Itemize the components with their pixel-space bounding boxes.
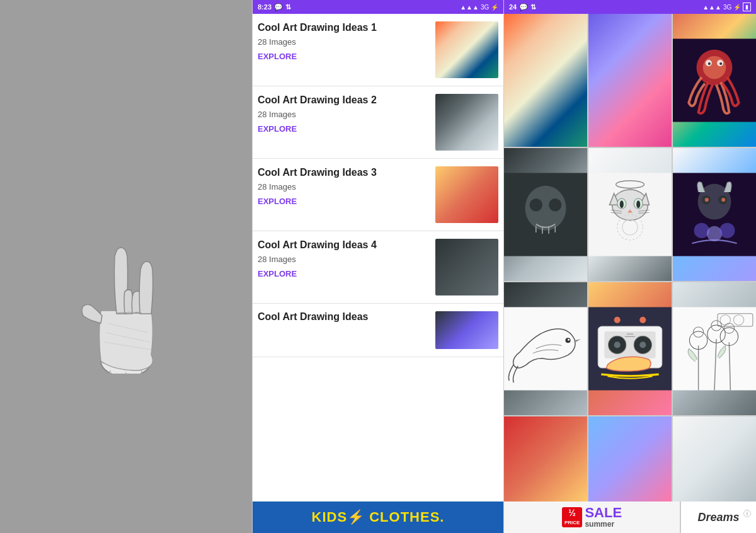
- sale-text-container: SALE summer: [585, 506, 622, 529]
- article-item-3: Cool Art Drawing Ideas 3 28 Images EXPLO…: [253, 159, 503, 231]
- article-info-1: Cool Art Drawing Ideas 1 28 Images EXPLO…: [258, 21, 435, 61]
- sale-label: SALE: [585, 506, 622, 520]
- article-thumb-3: [435, 166, 498, 223]
- article-count-2: 28 Images: [258, 110, 430, 119]
- ad-bar-right: ½ PRICE SALE summer Dreams i: [504, 501, 756, 533]
- grid-cell-2[interactable]: [588, 14, 672, 147]
- grid-cell-4[interactable]: [504, 148, 587, 281]
- article-title-4: Cool Art Drawing Ideas 4: [258, 239, 430, 252]
- article-title-1: Cool Art Drawing Ideas 1: [258, 21, 430, 35]
- svg-point-26: [620, 200, 624, 208]
- hand-rock-sign-illustration: [57, 159, 195, 374]
- article-count-1: 28 Images: [258, 37, 430, 47]
- explore-link-4[interactable]: EXPLORE: [258, 269, 430, 278]
- right-wifi-icon: ▲▲▲: [702, 4, 721, 11]
- article-thumb-5: [435, 311, 498, 349]
- explore-link-3[interactable]: EXPLORE: [258, 197, 430, 206]
- article-thumb-2: [435, 94, 498, 151]
- svg-point-10: [719, 62, 722, 65]
- left-panel: [0, 0, 252, 533]
- wifi-icon: ▲▲▲: [460, 4, 479, 11]
- explore-link-2[interactable]: EXPLORE: [258, 124, 430, 134]
- usb-icon: ⇅: [285, 3, 291, 11]
- explore-link-1[interactable]: EXPLORE: [258, 52, 430, 61]
- image-grid[interactable]: [504, 14, 756, 501]
- svg-point-43: [719, 223, 735, 238]
- price-text: PRICE: [564, 520, 580, 525]
- svg-point-13: [530, 198, 542, 211]
- right-status-icons: ▲▲▲ 3G ⚡ ▮: [702, 3, 751, 11]
- articles-list[interactable]: Cool Art Drawing Ideas 1 28 Images EXPLO…: [253, 14, 503, 501]
- article-info-2: Cool Art Drawing Ideas 2 28 Images EXPLO…: [258, 94, 435, 134]
- article-title-5: Cool Art Drawing Ideas: [258, 311, 435, 323]
- message-icon: 💬: [274, 3, 283, 11]
- svg-point-53: [639, 341, 646, 348]
- ad-dreams: Dreams i: [680, 501, 756, 533]
- svg-point-9: [708, 62, 711, 65]
- svg-point-52: [614, 341, 621, 348]
- svg-point-39: [705, 198, 709, 202]
- svg-point-46: [568, 339, 570, 341]
- grid-cell-3[interactable]: [673, 14, 756, 147]
- article-info-5: Cool Art Drawing Ideas: [258, 311, 435, 323]
- dreams-logo: Dreams: [697, 511, 739, 524]
- grid-cell-12[interactable]: [673, 416, 756, 501]
- svg-point-14: [549, 198, 561, 211]
- grid-cell-11[interactable]: [588, 416, 672, 501]
- svg-point-56: [614, 317, 621, 323]
- grid-cell-5[interactable]: [588, 148, 672, 281]
- status-icons-right: ▲▲▲ 3G ⚡: [460, 4, 498, 11]
- ad-kids-clothes-text: KIDS⚡ CLOTHES.: [312, 509, 445, 525]
- article-item-5: Cool Art Drawing Ideas: [253, 304, 503, 357]
- ad-half-price-sale: ½ PRICE SALE summer: [504, 501, 680, 533]
- article-title-2: Cool Art Drawing Ideas 2: [258, 94, 430, 107]
- article-info-4: Cool Art Drawing Ideas 4 28 Images EXPLO…: [258, 239, 435, 278]
- article-title-3: Cool Art Drawing Ideas 3: [258, 166, 430, 180]
- svg-point-27: [636, 200, 640, 208]
- right-status-time: 24 💬 ⇅: [509, 3, 536, 11]
- half-price-badge: ½ PRICE: [562, 507, 582, 527]
- grid-cell-9[interactable]: [673, 282, 756, 415]
- time-display: 8:23: [258, 3, 272, 11]
- right-time-display: 24: [509, 3, 517, 11]
- svg-point-57: [639, 317, 646, 323]
- grid-cell-6[interactable]: [673, 148, 756, 281]
- grid-cell-7[interactable]: [504, 282, 587, 415]
- grid-cell-1[interactable]: [504, 14, 587, 147]
- grid-cell-8[interactable]: [588, 282, 672, 415]
- summer-label: summer: [585, 520, 622, 529]
- grid-cell-10[interactable]: [504, 416, 587, 501]
- svg-point-41: [694, 223, 709, 238]
- article-item-4: Cool Art Drawing Ideas 4 28 Images EXPLO…: [253, 231, 503, 304]
- status-time-left: 8:23 💬 ⇅: [258, 3, 291, 11]
- right-message-icon: 💬: [519, 3, 528, 11]
- svg-point-40: [721, 198, 725, 202]
- svg-point-42: [707, 226, 722, 241]
- article-thumb-4: [435, 239, 498, 295]
- article-item-2: Cool Art Drawing Ideas 2 28 Images EXPLO…: [253, 86, 503, 159]
- article-info-3: Cool Art Drawing Ideas 3 28 Images EXPLO…: [258, 166, 435, 206]
- article-count-4: 28 Images: [258, 255, 430, 264]
- middle-status-bar: 8:23 💬 ⇅ ▲▲▲ 3G ⚡: [253, 0, 503, 14]
- ad-bar-kids-clothes: KIDS⚡ CLOTHES.: [253, 501, 503, 533]
- article-item-1: Cool Art Drawing Ideas 1 28 Images EXPLO…: [253, 14, 503, 86]
- right-status-bar: 24 💬 ⇅ ▲▲▲ 3G ⚡ ▮: [504, 0, 756, 14]
- right-phone-panel: 24 💬 ⇅ ▲▲▲ 3G ⚡ ▮: [504, 0, 756, 533]
- middle-phone-panel: 8:23 💬 ⇅ ▲▲▲ 3G ⚡ Cool Art Drawing Ideas…: [252, 0, 504, 533]
- article-thumb-1: [435, 21, 498, 78]
- right-usb-icon: ⇅: [530, 3, 536, 11]
- info-icon: i: [743, 510, 751, 517]
- svg-rect-44: [504, 307, 587, 391]
- article-count-3: 28 Images: [258, 182, 430, 192]
- svg-point-6: [703, 56, 726, 79]
